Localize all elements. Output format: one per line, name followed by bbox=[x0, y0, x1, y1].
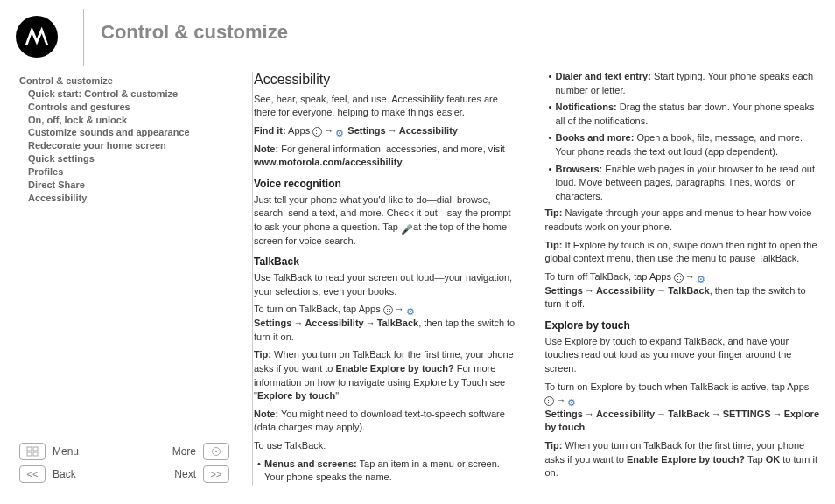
mic-icon: 🎤 bbox=[401, 223, 410, 233]
content-divider bbox=[252, 72, 253, 486]
column-left: Accessibility See, hear, speak, feel, an… bbox=[254, 70, 520, 488]
list-item: • Dialer and text entry: Start typing. Y… bbox=[544, 70, 819, 97]
list-item: • Books and more: Open a book, file, mes… bbox=[544, 131, 819, 158]
svg-rect-2 bbox=[33, 447, 38, 451]
explore-on: To turn on Explore by touch when TalkBac… bbox=[544, 381, 819, 435]
svg-rect-1 bbox=[27, 447, 32, 451]
gear-icon: ⚙ bbox=[406, 305, 416, 315]
note-text: Note: For general information, accessori… bbox=[254, 143, 520, 170]
sidebar-toc: Control & customize Quick start: Control… bbox=[19, 74, 238, 204]
toc-item[interactable]: Quick settings bbox=[19, 152, 238, 165]
talkback-intro: Use TalkBack to read your screen out lou… bbox=[254, 271, 520, 298]
intro-text: See, hear, speak, feel, and use. Accessi… bbox=[254, 93, 520, 120]
svg-point-0 bbox=[21, 21, 53, 52]
subsection-heading: Explore by touch bbox=[544, 318, 819, 333]
column-right: • Dialer and text entry: Start typing. Y… bbox=[544, 70, 819, 488]
list-item: • Browsers: Enable web pages in your bro… bbox=[544, 163, 819, 204]
more-label: More bbox=[172, 445, 196, 458]
toc-item[interactable]: Accessibility bbox=[19, 192, 238, 205]
more-button[interactable]: More bbox=[133, 443, 229, 460]
next-label: Next bbox=[174, 468, 196, 480]
toc-item[interactable]: Direct Share bbox=[19, 178, 238, 192]
toc-item[interactable]: Quick start: Control & customize bbox=[19, 88, 238, 101]
menu-button[interactable]: Menu bbox=[19, 443, 133, 460]
back-label: Back bbox=[53, 468, 76, 480]
apps-icon bbox=[544, 396, 554, 406]
apps-icon bbox=[383, 305, 393, 315]
list-item: • Notifications: Drag the status bar dow… bbox=[544, 101, 819, 128]
chevron-down-icon bbox=[203, 443, 229, 460]
svg-point-5 bbox=[213, 448, 221, 456]
subsection-heading: Voice recognition bbox=[254, 177, 520, 192]
apps-icon bbox=[312, 127, 322, 136]
voice-text: Just tell your phone what you'd like to … bbox=[254, 193, 520, 248]
svg-rect-4 bbox=[33, 452, 38, 456]
menu-grid-icon bbox=[19, 443, 46, 460]
find-it-line: Find it: Apps →⚙ Settings→Accessibility bbox=[254, 124, 520, 138]
toc-item[interactable]: Controls and gestures bbox=[19, 101, 238, 114]
talkback-off: To turn off TalkBack, tap Apps →⚙ Settin… bbox=[544, 270, 819, 312]
explore-intro: Use Explore by touch to expand TalkBack,… bbox=[544, 335, 819, 376]
tip-text: Tip: When you turn on TalkBack for the f… bbox=[544, 439, 819, 480]
tip-text: Tip: When you turn on TalkBack for the f… bbox=[254, 348, 520, 402]
list-item: • Menus and screens: Tap an item in a me… bbox=[254, 458, 520, 485]
svg-rect-3 bbox=[27, 452, 32, 456]
toc-item[interactable]: Customize sounds and appearance bbox=[19, 126, 238, 139]
gear-icon: ⚙ bbox=[567, 396, 577, 406]
next-button[interactable]: Next >> bbox=[133, 466, 229, 483]
page-title: Control & customize bbox=[101, 21, 288, 44]
gear-icon: ⚙ bbox=[697, 273, 706, 283]
bottom-nav: Menu More << Back Next >> bbox=[19, 443, 238, 488]
talkback-use: To use TalkBack: bbox=[254, 439, 520, 453]
toc-heading[interactable]: Control & customize bbox=[19, 74, 238, 88]
section-heading: Accessibility bbox=[254, 70, 520, 90]
subsection-heading: TalkBack bbox=[254, 255, 520, 270]
talkback-on: To turn on TalkBack, tap Apps →⚙ Setting… bbox=[254, 303, 520, 344]
toc-item[interactable]: On, off, lock & unlock bbox=[19, 114, 238, 127]
apps-icon bbox=[674, 273, 684, 283]
gear-icon: ⚙ bbox=[335, 127, 345, 136]
menu-label: Menu bbox=[53, 445, 79, 458]
tip-text: Tip: If Explore by touch is on, swipe do… bbox=[544, 239, 819, 266]
motorola-logo-icon bbox=[20, 20, 53, 53]
content: Accessibility See, hear, speak, feel, an… bbox=[254, 70, 819, 488]
back-button[interactable]: << Back bbox=[19, 466, 133, 483]
back-icon: << bbox=[19, 466, 46, 483]
motorola-logo bbox=[16, 16, 58, 58]
toc-item[interactable]: Profiles bbox=[19, 165, 238, 178]
next-icon: >> bbox=[203, 466, 229, 483]
note-text: Note: You might need to download text-to… bbox=[254, 408, 520, 435]
toc-item[interactable]: Redecorate your home screen bbox=[19, 139, 238, 152]
tip-text: Tip: Navigate through your apps and menu… bbox=[544, 206, 819, 234]
header-divider bbox=[83, 9, 84, 66]
